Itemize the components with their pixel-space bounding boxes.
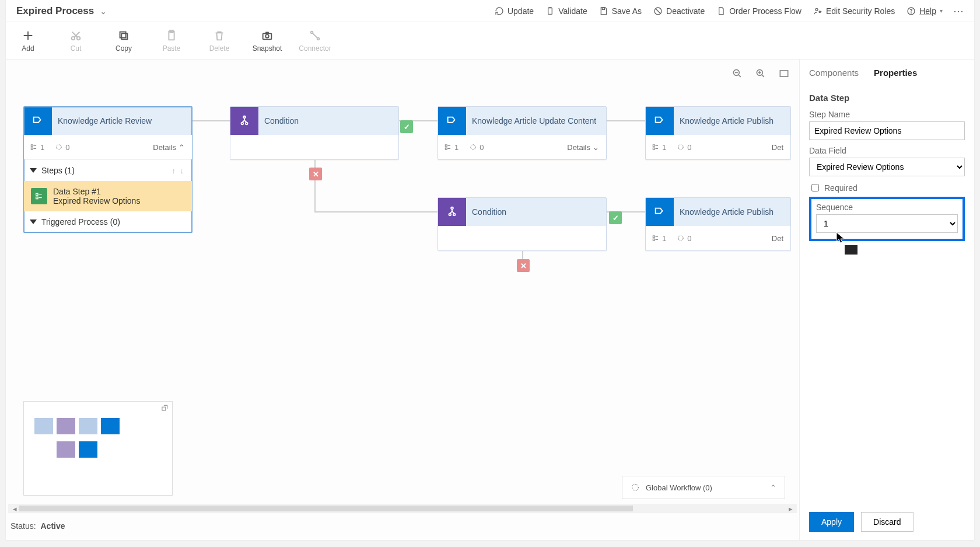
condition-icon	[230, 107, 258, 135]
svg-rect-10	[120, 32, 126, 37]
stage-node-publish-1[interactable]: Knowledge Article Publish 1 0 Det	[645, 106, 791, 160]
stage-icon	[646, 198, 674, 226]
svg-rect-29	[445, 148, 447, 149]
delete-button: Delete	[201, 25, 238, 57]
sequence-label: Sequence	[816, 203, 958, 212]
help-icon	[907, 6, 916, 16]
snapshot-button[interactable]: Snapshot	[249, 25, 286, 57]
stage-node-review[interactable]: Knowledge Article Review 1 0 Details ⌃	[23, 106, 192, 233]
chevron-down-icon: ▾	[940, 8, 943, 14]
stage-icon	[646, 107, 674, 135]
update-button[interactable]: Update	[489, 3, 540, 19]
details-toggle[interactable]: Details ⌃	[153, 143, 185, 152]
stage-node-publish-2[interactable]: Knowledge Article Publish 1 0 Det	[645, 197, 791, 251]
sequence-highlight: Sequence 1	[809, 197, 965, 241]
help-button[interactable]: Help ▾	[901, 3, 949, 19]
minimap[interactable]	[23, 401, 173, 496]
edit-security-roles-button[interactable]: Edit Security Roles	[807, 3, 901, 19]
scroll-right-icon[interactable]: ▸	[786, 504, 794, 513]
stage-title: Knowledge Article Review	[52, 107, 192, 135]
condition-node-1[interactable]: Condition	[230, 106, 399, 160]
save-icon	[599, 6, 608, 16]
clipboard-icon	[545, 6, 555, 16]
save-as-button[interactable]: Save As	[593, 3, 648, 19]
camera-icon	[261, 29, 274, 42]
svg-point-39	[678, 236, 683, 241]
svg-point-26	[242, 123, 244, 125]
properties-panel: Components Properties Data Step Step Nam…	[799, 60, 974, 540]
connector-button: Connector	[296, 25, 334, 57]
svg-point-30	[471, 145, 475, 149]
ribbon: Add Cut Copy Paste Delete Snapshot Conne…	[6, 22, 974, 60]
chevron-down-icon: ⌄	[593, 143, 599, 152]
steps-header-row[interactable]: Steps (1) ↑ ↓	[24, 160, 192, 181]
svg-rect-32	[653, 148, 654, 149]
svg-rect-40	[162, 407, 166, 410]
copy-button[interactable]: Copy	[105, 25, 142, 57]
canvas[interactable]: ✓ ✕ ✓ ✕ Knowledge Article Review 1	[6, 60, 799, 540]
data-field-label: Data Field	[809, 146, 965, 155]
svg-rect-28	[445, 145, 447, 147]
process-title: Expired Process	[16, 5, 94, 16]
svg-point-35	[449, 214, 452, 216]
svg-rect-31	[653, 145, 654, 147]
reorder-icon: ↑ ↓	[172, 166, 185, 175]
add-button[interactable]: Add	[9, 25, 47, 57]
sequence-select[interactable]: 1	[816, 214, 958, 233]
triggered-process-row[interactable]: Triggered Process (0)	[24, 211, 192, 232]
scrollbar-thumb[interactable]	[19, 506, 633, 511]
details-toggle[interactable]: Details ⌄	[567, 143, 599, 152]
step-name-input[interactable]	[809, 121, 965, 140]
close-icon: ✕	[309, 168, 322, 180]
global-workflow-bar[interactable]: Global Workflow (0) ⌃	[622, 476, 785, 499]
data-step-icon	[31, 188, 47, 204]
chevron-up-icon[interactable]: ⌃	[770, 483, 776, 492]
refresh-icon	[495, 6, 504, 16]
validate-button[interactable]: Validate	[540, 3, 593, 19]
status-bar: Status: Active	[10, 521, 65, 531]
apply-button[interactable]: Apply	[809, 512, 854, 532]
check-icon: ✓	[609, 211, 622, 224]
connector-icon	[309, 29, 321, 42]
steps-count: 1	[30, 143, 44, 152]
svg-point-14	[265, 34, 269, 37]
required-checkbox[interactable]: Required	[809, 182, 965, 193]
data-field-select[interactable]: Expired Review Options	[809, 158, 965, 176]
order-process-flow-button[interactable]: Order Process Flow	[710, 3, 807, 19]
zoom-out-button[interactable]	[732, 68, 743, 81]
close-icon: ✕	[517, 259, 530, 272]
plus-icon	[22, 29, 34, 42]
tab-components[interactable]: Components	[809, 68, 859, 78]
chevron-down-icon: ⌄	[100, 8, 106, 16]
svg-point-36	[453, 214, 456, 216]
zoom-in-button[interactable]	[755, 68, 766, 81]
svg-point-3	[816, 8, 818, 11]
svg-rect-20	[31, 145, 33, 147]
tab-properties[interactable]: Properties	[874, 68, 917, 78]
svg-rect-23	[36, 193, 38, 195]
deactivate-button[interactable]: Deactivate	[648, 3, 710, 19]
svg-point-41	[632, 485, 639, 491]
details-toggle[interactable]: Det	[772, 234, 783, 243]
svg-rect-21	[31, 148, 33, 149]
stage-node-update-content[interactable]: Knowledge Article Update Content 1 0 Det…	[438, 106, 607, 160]
svg-rect-19	[780, 71, 788, 76]
chevron-up-icon: ⌃	[178, 143, 185, 152]
svg-rect-1	[602, 8, 604, 9]
fit-screen-button[interactable]	[778, 68, 790, 81]
condition-icon	[438, 198, 466, 226]
details-toggle[interactable]: Det	[772, 143, 783, 152]
condition-title: Condition	[466, 198, 606, 226]
popout-icon[interactable]	[160, 404, 169, 414]
person-key-icon	[813, 6, 822, 16]
condition-node-2[interactable]: Condition	[438, 197, 607, 251]
svg-point-22	[57, 145, 61, 149]
title-dropdown[interactable]: Expired Process ⌄	[10, 5, 112, 17]
svg-rect-0	[548, 8, 552, 14]
scroll-left-icon[interactable]: ◂	[10, 504, 19, 513]
discard-button[interactable]: Discard	[861, 512, 913, 532]
document-icon	[716, 6, 726, 16]
more-actions-button[interactable]: ⋯	[949, 2, 970, 20]
horizontal-scrollbar[interactable]: ◂ ▸	[8, 504, 797, 513]
data-step-item[interactable]: Data Step #1 Expired Review Options	[24, 181, 192, 211]
